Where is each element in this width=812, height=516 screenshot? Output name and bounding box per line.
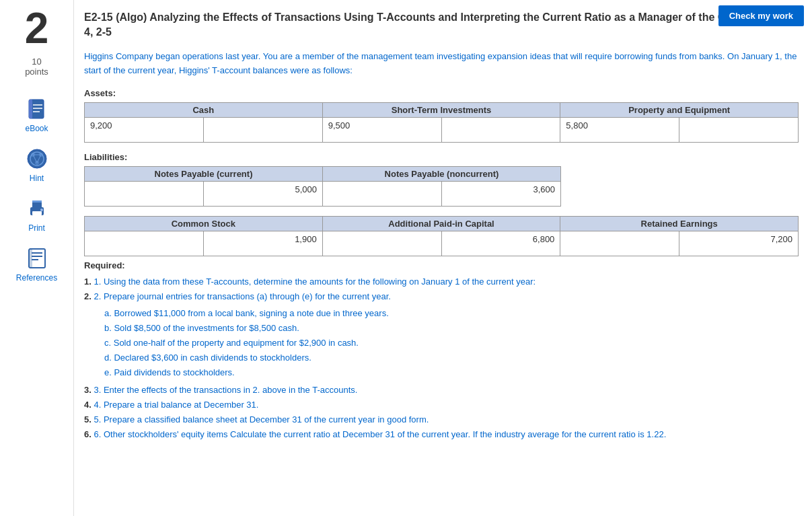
required-title: Required:: [84, 260, 799, 270]
re-credit: 7,200: [679, 231, 798, 256]
references-icon: [25, 246, 49, 270]
check-my-work-button[interactable]: Check my work: [718, 5, 804, 26]
sti-credit: [442, 118, 560, 142]
hint-label: Hint: [30, 174, 44, 183]
cs-header: Common Stock: [85, 217, 322, 231]
cs-debit: [85, 231, 204, 256]
hint-icon: [25, 147, 49, 171]
sub-item-e: e. Paid dividends to stockholders.: [104, 365, 799, 380]
npc-header: Notes Payable (current): [85, 167, 322, 182]
sidebar: 2 10 points eBook: [0, 0, 74, 516]
main-content: E2-15 (Algo) Analyzing the Effects of Tr…: [77, 0, 812, 455]
sub-list: a. Borrowed $11,000 from a local bank, s…: [104, 306, 799, 380]
npc-credit: 5,000: [204, 182, 322, 206]
required-section: Required: 1. 1. Using the data from thes…: [84, 260, 799, 442]
liabilities-t-accounts: Notes Payable (current) 5,000 Notes Paya…: [84, 166, 799, 207]
required-item-5: 5. 5. Prepare a classified balance sheet…: [84, 412, 799, 427]
pe-header: Property and Equipment: [560, 103, 798, 118]
sub-item-b: b. Sold $8,500 of the investments for $8…: [104, 321, 799, 336]
common-stock-t-account: Common Stock 1,900: [84, 216, 323, 256]
svg-rect-22: [29, 249, 32, 268]
cash-credit: [204, 118, 322, 142]
sidebar-item-ebook[interactable]: eBook: [25, 97, 49, 133]
required-item-1: 1. 1. Using the data from these T-accoun…: [84, 274, 799, 289]
re-header: Retained Earnings: [560, 217, 798, 231]
retained-earnings-t-account: Retained Earnings 7,200: [560, 216, 799, 256]
references-label: References: [16, 273, 57, 283]
sub-item-d: d. Declared $3,600 in cash dividends to …: [104, 351, 799, 365]
print-icon: [25, 196, 49, 221]
cash-t-account: Cash 9,200: [84, 102, 323, 143]
svg-rect-21: [32, 259, 38, 260]
liabilities-spacer: [561, 166, 799, 207]
problem-title: E2-15 (Algo) Analyzing the Effects of Tr…: [84, 10, 799, 40]
npc-debit: [85, 182, 204, 206]
sti-debit: 9,500: [323, 118, 442, 142]
sidebar-item-hint[interactable]: Hint: [25, 147, 49, 183]
cash-debit: 9,200: [85, 118, 204, 142]
pe-debit: 5,800: [560, 118, 679, 142]
npnc-credit: 3,600: [442, 182, 560, 206]
svg-rect-16: [32, 211, 42, 215]
print-label: Print: [28, 223, 45, 233]
points-label: 10 points: [25, 57, 48, 77]
ebook-icon: [25, 97, 49, 121]
npnc-debit: [323, 182, 442, 206]
top-bar: Check my work: [710, 0, 812, 32]
apic-t-account: Additional Paid-in Capital 6,800: [323, 216, 561, 256]
sub-item-c: c. Sold one-half of the property and equ…: [104, 336, 799, 351]
apic-credit: 6,800: [442, 231, 560, 256]
sidebar-item-references[interactable]: References: [16, 246, 57, 283]
svg-rect-20: [32, 256, 42, 257]
cs-credit: 1,900: [204, 231, 322, 256]
equity-t-accounts: Common Stock 1,900 Additional Paid-in Ca…: [84, 216, 799, 256]
npnc-header: Notes Payable (noncurrent): [323, 167, 560, 182]
sidebar-item-print[interactable]: Print: [25, 196, 49, 233]
notes-payable-current-t-account: Notes Payable (current) 5,000: [84, 166, 323, 207]
liabilities-label: Liabilities:: [84, 152, 799, 162]
question-number: 2: [25, 7, 49, 50]
apic-debit: [323, 231, 442, 256]
cash-header: Cash: [85, 103, 322, 118]
required-item-6: 6. 6. Other stockholders' equity items C…: [84, 427, 799, 442]
required-item-4: 4. 4. Prepare a trial balance at Decembe…: [84, 398, 799, 412]
assets-t-accounts: Cash 9,200 Short-Term Investments 9,500 …: [84, 102, 799, 143]
intro-text: Higgins Company began operations last ye…: [84, 50, 799, 78]
svg-rect-1: [29, 100, 32, 118]
svg-point-17: [40, 209, 43, 211]
svg-rect-15: [32, 200, 42, 202]
property-equipment-t-account: Property and Equipment 5,800: [560, 102, 799, 143]
short-term-investments-t-account: Short-Term Investments 9,500: [323, 102, 561, 143]
sti-header: Short-Term Investments: [323, 103, 560, 118]
svg-rect-19: [32, 252, 42, 254]
required-item-2: 2. 2. Prepare journal entries for transa…: [84, 289, 799, 304]
re-debit: [560, 231, 679, 256]
required-item-3: 3. 3. Enter the effects of the transacti…: [84, 383, 799, 398]
apic-header: Additional Paid-in Capital: [323, 217, 560, 231]
pe-credit: [679, 118, 798, 142]
assets-label: Assets:: [84, 88, 799, 98]
notes-payable-noncurrent-t-account: Notes Payable (noncurrent) 3,600: [323, 166, 561, 207]
sub-item-a: a. Borrowed $11,000 from a local bank, s…: [104, 306, 799, 321]
ebook-label: eBook: [25, 124, 48, 133]
